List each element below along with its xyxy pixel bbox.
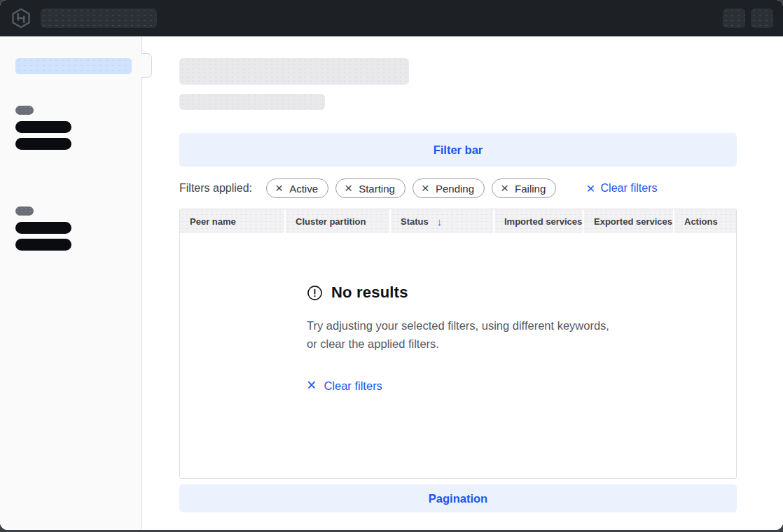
empty-state-clear-filters-link[interactable]: × Clear filters bbox=[307, 378, 382, 394]
table-header-row: Peer name Cluster partition Status ↓ Imp… bbox=[180, 209, 736, 233]
sidebar bbox=[0, 36, 142, 530]
sidebar-nav-group bbox=[15, 106, 131, 150]
sidebar-active-item-skeleton[interactable] bbox=[15, 58, 132, 74]
filter-bar-placeholder[interactable]: Filter bar bbox=[179, 133, 737, 167]
remove-filter-icon[interactable]: × bbox=[275, 181, 283, 195]
filter-pill-starting[interactable]: × Starting bbox=[335, 178, 406, 198]
sidebar-item-skeleton[interactable] bbox=[15, 121, 71, 133]
page-title-skeleton bbox=[179, 58, 409, 85]
sidebar-item-skeleton[interactable] bbox=[15, 138, 71, 150]
clear-filters-label: Clear filters bbox=[324, 379, 382, 393]
remove-filter-icon[interactable]: × bbox=[345, 181, 352, 195]
filters-applied-label: Filters applied: bbox=[179, 182, 252, 195]
main-content: Filter bar Filters applied: × Active × S… bbox=[142, 36, 783, 530]
filter-pill-label: Failing bbox=[515, 183, 546, 195]
remove-filter-icon[interactable]: × bbox=[501, 181, 508, 195]
navbar-actions bbox=[723, 8, 773, 28]
empty-state: No results Try adjusting your selected f… bbox=[307, 233, 609, 394]
column-header-peer-name[interactable]: Peer name bbox=[180, 209, 286, 233]
empty-state-description: Try adjusting your selected filters, usi… bbox=[307, 316, 609, 353]
filter-pill-failing[interactable]: × Failing bbox=[492, 178, 556, 198]
remove-filter-icon[interactable]: × bbox=[422, 181, 429, 195]
filter-pill-label: Pending bbox=[436, 183, 474, 195]
column-header-actions: Actions bbox=[674, 209, 736, 233]
hashicorp-logo-icon[interactable] bbox=[10, 7, 32, 29]
peers-table: Peer name Cluster partition Status ↓ Imp… bbox=[179, 209, 737, 479]
empty-state-title: No results bbox=[331, 284, 408, 302]
clear-filters-x-icon: × bbox=[586, 181, 595, 195]
nav-action-skeleton[interactable] bbox=[751, 8, 773, 28]
filter-pill-label: Active bbox=[289, 183, 318, 195]
table-body: No results Try adjusting your selected f… bbox=[180, 233, 736, 478]
content-row: Filter bar Filters applied: × Active × S… bbox=[0, 36, 783, 530]
sort-descending-icon[interactable]: ↓ bbox=[437, 216, 443, 227]
filter-pill-pending[interactable]: × Pending bbox=[413, 178, 485, 198]
empty-state-header: No results bbox=[307, 284, 609, 302]
sidebar-nav-group bbox=[15, 206, 131, 251]
clear-filters-label: Clear filters bbox=[601, 182, 658, 195]
sidebar-item-skeleton[interactable] bbox=[15, 239, 71, 251]
filter-pill-label: Starting bbox=[359, 183, 395, 195]
app-window: Filter bar Filters applied: × Active × S… bbox=[0, 0, 783, 530]
filter-bar-label: Filter bar bbox=[434, 144, 483, 157]
sidebar-section-label-skeleton bbox=[15, 206, 34, 216]
sidebar-section-label-skeleton bbox=[15, 106, 34, 115]
nav-search-skeleton[interactable] bbox=[41, 8, 157, 28]
nav-action-skeleton[interactable] bbox=[723, 8, 745, 28]
top-navbar bbox=[0, 0, 783, 36]
clear-filters-x-icon: × bbox=[307, 377, 316, 393]
alert-circle-icon bbox=[307, 285, 323, 301]
page-subtitle-skeleton bbox=[179, 94, 325, 110]
applied-filters-row: Filters applied: × Active × Starting × P… bbox=[179, 178, 737, 198]
sidebar-item-skeleton[interactable] bbox=[15, 222, 71, 234]
sidebar-collapse-handle[interactable] bbox=[141, 53, 152, 78]
column-header-imported-services[interactable]: Imported services bbox=[494, 209, 584, 233]
column-header-cluster-partition[interactable]: Cluster partition bbox=[286, 209, 391, 233]
column-header-exported-services[interactable]: Exported services bbox=[584, 209, 674, 233]
pagination-placeholder[interactable]: Pagination bbox=[179, 484, 737, 512]
column-header-status[interactable]: Status ↓ bbox=[391, 209, 494, 233]
pagination-label: Pagination bbox=[429, 492, 487, 505]
filter-pill-active[interactable]: × Active bbox=[266, 178, 328, 198]
clear-filters-link[interactable]: × Clear filters bbox=[586, 181, 657, 196]
